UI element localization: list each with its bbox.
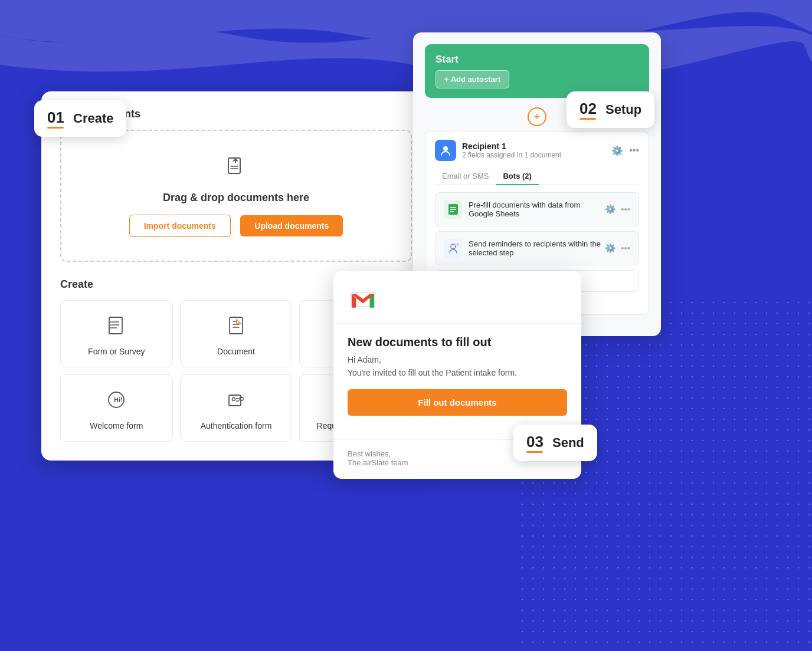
svg-point-22 bbox=[443, 146, 448, 151]
svg-rect-20 bbox=[240, 397, 243, 400]
start-title: Start bbox=[436, 54, 639, 65]
send-badge-inner: 03 Send bbox=[526, 433, 584, 453]
tab-bots[interactable]: Bots (2) bbox=[496, 168, 538, 185]
email-headline: New documents to fill out bbox=[348, 336, 567, 349]
recipient-fields: 2 fields assigned in 1 document bbox=[462, 151, 611, 159]
auth-form-icon bbox=[188, 389, 285, 415]
svg-point-27 bbox=[451, 244, 456, 249]
bot-actions-1: ⚙️ ••• bbox=[605, 204, 630, 215]
recipient-info: Recipient 1 2 fields assigned in 1 docum… bbox=[462, 142, 611, 159]
bot-settings-icon-2[interactable]: ⚙️ bbox=[605, 243, 616, 254]
doc-label-auth-form: Authentication form bbox=[188, 421, 285, 430]
recipient-header: Recipient 1 2 fields assigned in 1 docum… bbox=[435, 140, 639, 161]
email-header bbox=[333, 271, 581, 324]
bot-settings-icon[interactable]: ⚙️ bbox=[605, 204, 616, 215]
bot-reminder: ? Send reminders to recipients within th… bbox=[435, 231, 639, 265]
svg-point-9 bbox=[110, 327, 112, 328]
upload-button[interactable]: Upload documents bbox=[240, 215, 343, 236]
doc-label-welcome-form: Welcome form bbox=[68, 421, 165, 430]
email-greeting: Hi Adam, bbox=[348, 355, 567, 364]
svg-text:Hi!: Hi! bbox=[114, 396, 123, 403]
more-options-icon[interactable]: ••• bbox=[629, 145, 639, 156]
tabs-row: Email or SMS Bots (2) bbox=[435, 168, 639, 185]
add-autostart-button[interactable]: + Add autostart bbox=[436, 70, 509, 88]
svg-point-8 bbox=[110, 324, 112, 326]
bot-actions-2: ⚙️ ••• bbox=[605, 243, 630, 254]
create-badge-inner: 01 Create bbox=[47, 108, 113, 129]
send-step-line bbox=[526, 451, 543, 453]
doc-label-form-survey: Form or Survey bbox=[68, 347, 165, 356]
svg-text:?: ? bbox=[456, 243, 459, 247]
setup-step-line bbox=[579, 118, 596, 120]
doc-item-auth-form[interactable]: Authentication form bbox=[180, 374, 293, 442]
bot-more-icon-2[interactable]: ••• bbox=[621, 243, 630, 254]
google-sheets-bot-text: Pre-fill documents with data from Google… bbox=[469, 200, 605, 218]
tab-email-sms[interactable]: Email or SMS bbox=[435, 168, 496, 185]
fill-out-button[interactable]: Fill out documents bbox=[348, 389, 567, 416]
doc-label-document: Document bbox=[188, 347, 285, 356]
badge-setup: 02 Setup bbox=[567, 91, 654, 128]
upload-icon bbox=[73, 154, 399, 185]
svg-rect-26 bbox=[450, 211, 454, 212]
svg-point-17 bbox=[232, 398, 235, 401]
import-button[interactable]: Import documents bbox=[129, 215, 231, 237]
create-step-title: Create bbox=[73, 111, 113, 126]
badge-create: 01 Create bbox=[34, 100, 126, 137]
drop-text: Drag & drop documents here bbox=[73, 192, 399, 204]
bot-google-sheets: Pre-fill documents with data from Google… bbox=[435, 192, 639, 226]
send-step-number: 03 bbox=[526, 433, 548, 451]
recipient-name: Recipient 1 bbox=[462, 142, 611, 151]
badge-send: 03 Send bbox=[513, 425, 597, 461]
doc-item-document[interactable]: Document bbox=[180, 300, 293, 367]
email-body: New documents to fill out Hi Adam, You'r… bbox=[333, 324, 581, 439]
add-step-button[interactable]: + bbox=[528, 107, 546, 126]
svg-point-7 bbox=[110, 321, 112, 323]
bot-more-icon[interactable]: ••• bbox=[621, 204, 630, 215]
welcome-form-icon: Hi! bbox=[68, 389, 165, 415]
gmail-logo bbox=[348, 283, 378, 314]
google-sheets-icon bbox=[444, 200, 463, 219]
setup-step-title: Setup bbox=[605, 102, 641, 117]
doc-item-form-survey[interactable]: Form or Survey bbox=[60, 300, 173, 367]
doc-item-welcome-form[interactable]: Hi! Welcome form bbox=[60, 374, 173, 442]
setup-badge-inner: 02 Setup bbox=[579, 100, 641, 120]
document-icon bbox=[188, 315, 285, 341]
create-step-number: 01 bbox=[47, 108, 68, 127]
settings-icon[interactable]: ⚙️ bbox=[611, 145, 623, 156]
plus-icon: + bbox=[534, 111, 541, 123]
email-invite-text: You're invited to fill out the Patient i… bbox=[348, 368, 567, 377]
create-step-line bbox=[47, 127, 64, 129]
form-survey-icon bbox=[68, 315, 165, 341]
svg-rect-24 bbox=[450, 207, 456, 208]
recipient-actions: ⚙️ ••• bbox=[611, 145, 639, 156]
recipient-avatar bbox=[435, 140, 456, 161]
send-step-title: Send bbox=[552, 435, 584, 451]
reminder-bot-text: Send reminders to recipients within the … bbox=[469, 239, 605, 257]
drop-zone: Drag & drop documents here Import docume… bbox=[60, 130, 412, 262]
reminder-icon: ? bbox=[444, 239, 463, 258]
svg-rect-10 bbox=[230, 317, 243, 334]
svg-rect-25 bbox=[450, 209, 456, 210]
setup-step-number: 02 bbox=[579, 100, 601, 118]
start-section: Start + Add autostart bbox=[425, 44, 649, 98]
